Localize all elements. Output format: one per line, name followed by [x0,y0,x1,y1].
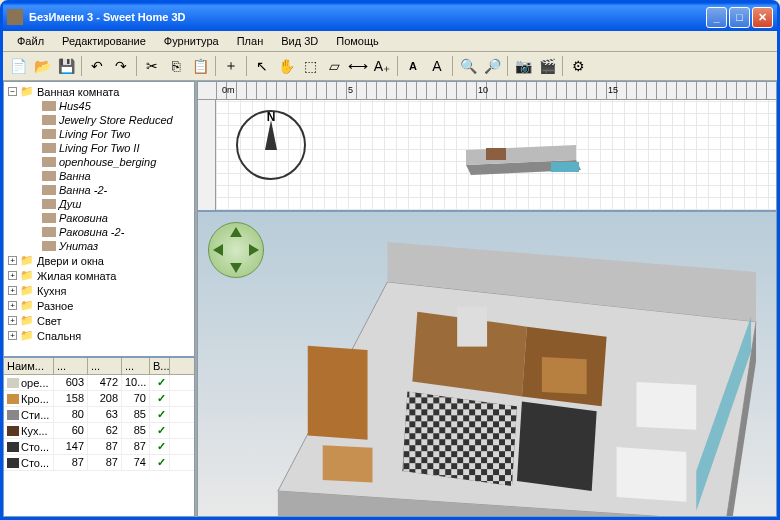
table-row[interactable]: ope...60347210...✓ [4,375,194,391]
expand-icon[interactable]: + [8,331,17,340]
check-icon[interactable]: ✓ [150,391,170,406]
wall-icon[interactable]: ⬚ [299,55,321,77]
check-icon[interactable]: ✓ [150,455,170,470]
save-icon[interactable]: 💾 [55,55,77,77]
tree-category[interactable]: +📁Кухня [6,283,192,298]
tree-item[interactable]: Раковина -2- [6,225,192,239]
close-button[interactable]: ✕ [752,7,773,28]
furniture-icon [42,171,56,181]
furniture-icon [42,241,56,251]
text-small-icon[interactable]: A [426,55,448,77]
video-icon[interactable]: 🎬 [536,55,558,77]
tree-category[interactable]: +📁Спальня [6,328,192,343]
menu-help[interactable]: Помощь [328,33,387,49]
furniture-tree[interactable]: − 📁 Ванная комната Hus45Jewelry Store Re… [3,81,195,357]
room-icon[interactable]: ▱ [323,55,345,77]
menu-plan[interactable]: План [229,33,272,49]
plan-view-2d[interactable]: 0m 5 10 15 [197,81,777,211]
tree-item[interactable]: Ванна -2- [6,183,192,197]
preferences-icon[interactable]: ⚙ [567,55,589,77]
expand-icon[interactable]: + [8,316,17,325]
expand-icon[interactable]: + [8,256,17,265]
dimension-icon[interactable]: ⟷ [347,55,369,77]
zoom-out-icon[interactable]: 🔎 [481,55,503,77]
expand-icon[interactable]: + [8,271,17,280]
ruler-vertical [198,100,216,210]
folder-icon: 📁 [20,85,34,98]
tree-category[interactable]: +📁Разное [6,298,192,313]
collapse-icon[interactable]: − [8,87,17,96]
titlebar: БезИмени 3 - Sweet Home 3D _ □ ✕ [3,3,777,31]
menu-edit[interactable]: Редактирование [54,33,154,49]
tree-item[interactable]: Душ [6,197,192,211]
table-row[interactable]: Кро...15820870✓ [4,391,194,407]
tree-item[interactable]: openhouse_berging [6,155,192,169]
furniture-icon [42,199,56,209]
expand-icon[interactable]: + [8,301,17,310]
folder-icon: 📁 [20,269,34,282]
tree-item[interactable]: Living For Two [6,127,192,141]
pan-icon[interactable]: ✋ [275,55,297,77]
tree-item[interactable]: Living For Two II [6,141,192,155]
plan-preview [456,130,596,180]
menu-view3d[interactable]: Вид 3D [273,33,326,49]
furniture-icon [42,101,56,111]
minimize-button[interactable]: _ [706,7,727,28]
check-icon[interactable]: ✓ [150,407,170,422]
new-icon[interactable]: 📄 [7,55,29,77]
view-3d[interactable] [197,211,777,517]
folder-icon: 📁 [20,314,34,327]
tree-item[interactable]: Hus45 [6,99,192,113]
svg-marker-15 [517,401,597,491]
nav-left-icon[interactable] [213,244,223,256]
furniture-icon [42,143,56,153]
folder-icon: 📁 [20,254,34,267]
tree-item[interactable]: Раковина [6,211,192,225]
table-row[interactable]: Сто...878774✓ [4,455,194,471]
tree-root[interactable]: − 📁 Ванная комната [6,84,192,99]
zoom-in-icon[interactable]: 🔍 [457,55,479,77]
tree-item[interactable]: Унитаз [6,239,192,253]
expand-icon[interactable]: + [8,286,17,295]
item-icon [7,458,19,468]
open-icon[interactable]: 📂 [31,55,53,77]
check-icon[interactable]: ✓ [150,439,170,454]
text-big-icon[interactable]: A [402,55,424,77]
nav-down-icon[interactable] [230,263,242,273]
table-row[interactable]: Сто...1478787✓ [4,439,194,455]
furniture-icon [42,185,56,195]
maximize-button[interactable]: □ [729,7,750,28]
furniture-icon [42,129,56,139]
tree-item[interactable]: Ванна [6,169,192,183]
menu-file[interactable]: Файл [9,33,52,49]
table-header[interactable]: Наим... ... ... ... В... [4,358,194,375]
floorplan-3d [248,242,766,517]
plan-canvas[interactable] [216,100,776,210]
menu-furniture[interactable]: Фурнитура [156,33,227,49]
menubar: Файл Редактирование Фурнитура План Вид 3… [3,31,777,52]
select-icon[interactable]: ↖ [251,55,273,77]
check-icon[interactable]: ✓ [150,375,170,390]
check-icon[interactable]: ✓ [150,423,170,438]
svg-rect-12 [323,445,373,482]
tree-category[interactable]: +📁Свет [6,313,192,328]
cut-icon[interactable]: ✂ [141,55,163,77]
tree-item[interactable]: Jewelry Store Reduced [6,113,192,127]
furniture-table[interactable]: Наим... ... ... ... В... ope...60347210.… [3,357,195,517]
folder-icon: 📁 [20,329,34,342]
table-row[interactable]: Сти...806385✓ [4,407,194,423]
tree-category[interactable]: +📁Жилая комната [6,268,192,283]
text-icon[interactable]: A₊ [371,55,393,77]
copy-icon[interactable]: ⎘ [165,55,187,77]
add-furniture-icon[interactable]: ＋ [220,55,242,77]
furniture-icon [42,157,56,167]
redo-icon[interactable]: ↷ [110,55,132,77]
table-row[interactable]: Кух...606285✓ [4,423,194,439]
undo-icon[interactable]: ↶ [86,55,108,77]
nav-up-icon[interactable] [230,227,242,237]
compass-icon[interactable] [236,110,306,180]
paste-icon[interactable]: 📋 [189,55,211,77]
photo-icon[interactable]: 📷 [512,55,534,77]
tree-category[interactable]: +📁Двери и окна [6,253,192,268]
furniture-icon [42,213,56,223]
